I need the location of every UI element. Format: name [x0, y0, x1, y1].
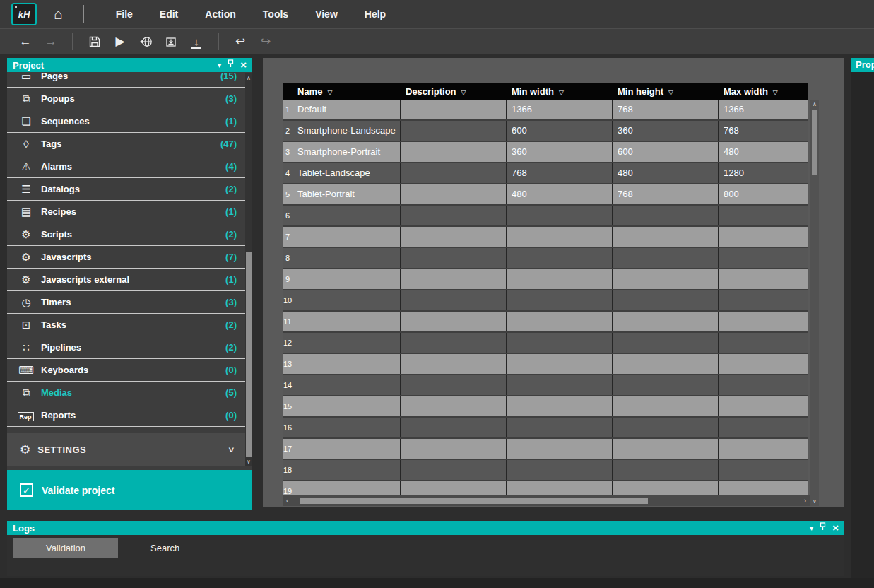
forward-icon[interactable]: →: [38, 30, 64, 54]
tab-divider: [223, 537, 223, 558]
table-vertical-scrollbar[interactable]: ∧ ∨: [810, 100, 819, 506]
sidebar-item-pages[interactable]: ▭Pages(15): [7, 72, 245, 88]
table-horizontal-scrollbar[interactable]: ‹ ›: [283, 495, 810, 506]
filter-icon[interactable]: ▽: [668, 89, 673, 96]
table-row[interactable]: 3Smartphone-Portrait360600480: [283, 142, 808, 162]
scroll-down-icon[interactable]: ∨: [810, 498, 819, 505]
menu-bar: kH ⌂ File Edit Action Tools View Help: [0, 0, 874, 28]
undo-icon[interactable]: ↩: [228, 30, 253, 54]
scroll-down-icon[interactable]: ∨: [245, 459, 252, 465]
menu-action[interactable]: Action: [191, 8, 249, 20]
sidebar-item-datalogs[interactable]: ☰Datalogs(2): [7, 178, 245, 201]
scroll-left-icon[interactable]: ‹: [286, 495, 288, 506]
validate-project-button[interactable]: ✓ Validate project: [7, 470, 252, 510]
sidebar-scrollbar-thumb[interactable]: [246, 252, 252, 457]
item-count: (3): [225, 297, 237, 307]
sidebar-item-timers[interactable]: ◷Timers(3): [7, 291, 245, 314]
app-logo[interactable]: kH: [11, 3, 37, 25]
home-icon[interactable]: ⌂: [54, 7, 63, 21]
table-row[interactable]: 18: [283, 460, 808, 480]
properties-panel-header[interactable]: Properties: [851, 58, 874, 72]
sidebar-item-popups[interactable]: ⧉Popups(3): [7, 88, 245, 110]
menu-edit[interactable]: Edit: [146, 8, 191, 20]
scroll-up-icon[interactable]: ∧: [810, 101, 819, 107]
sidebar-item-scripts[interactable]: ⚙Scripts(2): [7, 223, 245, 246]
table-row[interactable]: 11: [283, 312, 808, 331]
item-count: (0): [225, 365, 237, 375]
pin-icon[interactable]: [228, 58, 234, 72]
table-row[interactable]: 14: [283, 375, 808, 395]
tasks-icon: ⊡: [17, 319, 35, 331]
table-row[interactable]: 6: [283, 206, 808, 225]
menu-help[interactable]: Help: [351, 8, 399, 20]
tab-validation[interactable]: Validation: [13, 538, 118, 558]
scroll-right-icon[interactable]: ›: [804, 495, 806, 506]
logs-panel: Logs ▾ × Validation Search: [7, 521, 844, 576]
table-row[interactable]: 13: [283, 354, 808, 374]
table-row[interactable]: 9: [283, 269, 808, 289]
table-row[interactable]: 17: [283, 439, 808, 459]
item-count: (0): [225, 410, 237, 421]
panel-menu-caret-icon[interactable]: ▾: [218, 58, 222, 72]
editor-area: Name▽ Description▽ Min width▽ Min height…: [263, 58, 844, 507]
publish-icon[interactable]: [133, 30, 158, 54]
sidebar-item-tasks[interactable]: ⊡Tasks(2): [7, 314, 245, 336]
filter-icon[interactable]: ▽: [327, 89, 332, 96]
scroll-up-icon[interactable]: ∧: [245, 75, 252, 81]
javascripts-external-icon: ⚙: [17, 274, 35, 286]
panel-menu-caret-icon[interactable]: ▾: [810, 521, 814, 535]
settings-section[interactable]: ⚙ SETTINGS ˅: [7, 433, 245, 466]
filter-icon[interactable]: ▽: [773, 89, 778, 96]
table-row[interactable]: 1Default13667681366: [283, 100, 808, 119]
column-header-name[interactable]: Name▽: [293, 86, 401, 97]
table-row[interactable]: 5Tablet-Portrait480768800: [283, 184, 808, 204]
table-row[interactable]: 8: [283, 248, 808, 268]
sidebar-item-medias[interactable]: ⧉Medias(5): [7, 382, 245, 404]
redo-icon[interactable]: ↪: [253, 30, 278, 54]
table-row[interactable]: 16: [283, 418, 808, 437]
table-row[interactable]: 10: [283, 290, 808, 310]
menu-view[interactable]: View: [302, 8, 351, 20]
recipes-icon: ▤: [17, 206, 35, 218]
sidebar-item-sequences[interactable]: ❏Sequences(1): [7, 110, 245, 133]
table-row[interactable]: 12: [283, 333, 808, 353]
column-header-min-height[interactable]: Min height▽: [613, 86, 719, 97]
sidebar-scrollbar[interactable]: ∧ ∨: [245, 74, 252, 466]
sidebar-item-javascripts[interactable]: ⚙Javascripts(7): [7, 246, 245, 269]
close-icon[interactable]: ×: [832, 521, 839, 535]
filter-icon[interactable]: ▽: [461, 89, 466, 96]
column-header-max-width[interactable]: Max width▽: [719, 86, 808, 97]
table-row[interactable]: 7: [283, 227, 808, 247]
sidebar-item-javascripts-external[interactable]: ⚙Javascripts external(1): [7, 269, 245, 291]
run-icon[interactable]: ▶: [107, 30, 133, 54]
sidebar-item-pipelines[interactable]: ∷Pipelines(2): [7, 336, 245, 359]
filter-icon[interactable]: ▽: [559, 89, 564, 96]
table-row[interactable]: 2Smartphone-Landscape600360768: [283, 121, 808, 141]
save-icon[interactable]: [82, 30, 107, 54]
sidebar-item-reports[interactable]: RepReports(0): [7, 404, 245, 427]
sidebar-item-keyboards[interactable]: ⌨Keyboards(0): [7, 359, 245, 382]
close-icon[interactable]: ×: [240, 58, 247, 72]
sidebar-item-alarms[interactable]: ⚠Alarms(4): [7, 155, 245, 178]
table-row[interactable]: 15: [283, 396, 808, 416]
table-row[interactable]: 4Tablet-Landscape7684801280: [283, 163, 808, 183]
pin-icon[interactable]: [820, 521, 826, 535]
column-header-min-width[interactable]: Min width▽: [507, 86, 613, 97]
back-icon[interactable]: ←: [13, 30, 38, 54]
vertical-scrollbar-thumb[interactable]: [812, 110, 817, 175]
sidebar-item-recipes[interactable]: ▤Recipes(1): [7, 201, 245, 223]
import-icon[interactable]: [158, 30, 184, 54]
column-header-description[interactable]: Description▽: [401, 86, 507, 97]
item-count: (2): [225, 342, 237, 353]
sidebar-item-tags[interactable]: ◊Tags(47): [7, 133, 245, 155]
horizontal-scrollbar-thumb[interactable]: [300, 498, 648, 504]
toolbar-divider: [72, 33, 73, 50]
menu-tools[interactable]: Tools: [249, 8, 302, 20]
tab-search[interactable]: Search: [150, 543, 179, 553]
application-window: kH ⌂ File Edit Action Tools View Help ← …: [0, 0, 874, 588]
download-icon[interactable]: ↓: [184, 30, 209, 54]
item-count: (47): [220, 139, 237, 149]
menu-file[interactable]: File: [102, 8, 146, 20]
status-bar: [0, 578, 874, 588]
table-row[interactable]: 19: [283, 481, 808, 495]
